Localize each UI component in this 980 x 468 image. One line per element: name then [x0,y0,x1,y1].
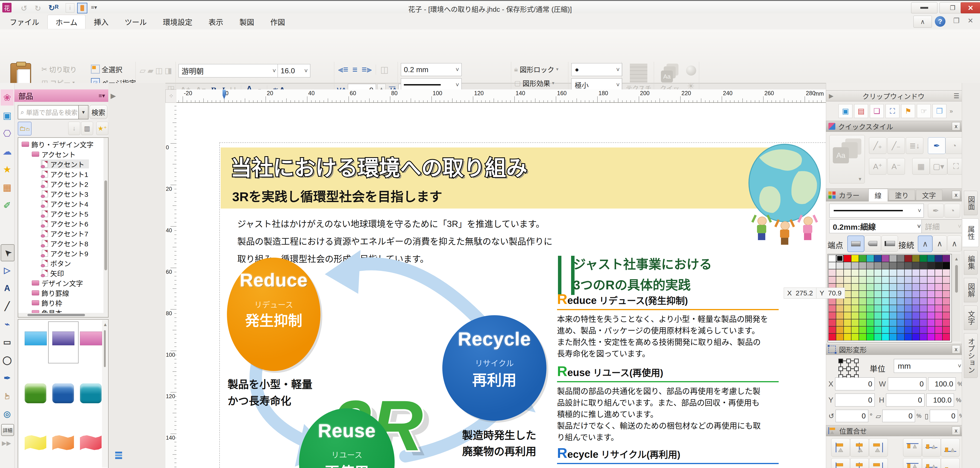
color-swatch[interactable] [942,262,950,269]
menu-tab-挿入[interactable]: 挿入 [86,15,116,29]
color-swatch[interactable] [897,262,904,269]
tree-item-アクセント3-5[interactable]: アクセント3 [18,189,108,199]
color-swatch[interactable] [920,333,927,341]
color-swatch[interactable] [912,255,920,262]
tree-item-アクセント2-4[interactable]: アクセント2 [18,179,108,189]
shape-effect-button[interactable]: ▢図形効果▾ [514,78,554,88]
color-swatch[interactable] [897,283,904,291]
pen-style-button[interactable]: ✒ [928,204,943,218]
part-shape-3[interactable] [25,384,46,403]
color-swatch[interactable] [881,333,889,341]
h-pct-input[interactable]: 100.0 [926,393,954,406]
color-swatch[interactable] [927,333,935,341]
color-swatch[interactable] [889,305,897,312]
color-swatch[interactable] [912,276,920,283]
color-swatch[interactable] [920,283,927,291]
star-category-icon[interactable]: ★ [1,161,14,177]
color-swatch[interactable] [836,326,844,333]
color-swatch[interactable] [889,312,897,319]
color-swatch[interactable] [927,291,935,298]
side-tab-図解[interactable]: 図解 [964,278,978,302]
color-swatch[interactable] [844,312,851,319]
detail-button[interactable]: 詳細 [1,424,14,436]
line-join-button-0[interactable]: ∧ [918,236,932,252]
color-swatch[interactable] [897,333,904,341]
color-swatch[interactable] [927,326,935,333]
color-swatch[interactable] [866,298,874,305]
side-tab-オプション[interactable]: オプション [964,333,978,378]
font-name-combo[interactable]: 游明朝˅ [178,64,278,77]
color-swatch[interactable] [836,298,844,305]
tree-item-アクセント7-9[interactable]: アクセント7 [18,228,108,238]
color-swatch[interactable] [829,269,836,276]
tree-hscrollbar[interactable] [18,313,108,317]
color-swatch[interactable] [927,283,935,291]
select-tool-icon[interactable]: ➤ [1,244,14,261]
color-swatch[interactable] [920,312,927,319]
line-style-select[interactable]: ˅ [829,204,924,218]
color-swatch[interactable] [904,305,912,312]
color-swatch[interactable] [912,269,920,276]
color-swatch[interactable] [935,298,942,305]
color-swatch[interactable] [927,312,935,319]
color-swatch[interactable] [889,276,897,283]
color-swatch[interactable] [851,333,859,341]
unit-select[interactable]: mm˅ [894,359,964,373]
tree-item-アクセント4-6[interactable]: アクセント4 [18,199,108,209]
color-swatch[interactable] [844,333,851,341]
color-swatch[interactable] [920,262,927,269]
align-button-middle-1[interactable] [922,458,941,468]
color-swatch[interactable] [829,262,836,269]
align-button-middle-0[interactable] [922,438,941,457]
scroll-up-icon[interactable]: ▲ [103,322,108,327]
font-size-combo[interactable]: 16.0˅ [278,64,310,77]
color-swatch[interactable] [942,255,950,262]
color-swatch[interactable] [927,298,935,305]
hand-tool-icon[interactable]: ☞ [1,388,14,404]
color-swatch[interactable] [851,291,859,298]
color-swatch[interactable] [912,298,920,305]
point-style-combo[interactable]: ●˅ [571,63,622,76]
folder-tree-toggle[interactable]: 🗀🗀 [18,122,32,135]
y-input[interactable]: 0 [835,393,875,406]
color-swatch[interactable] [881,269,889,276]
color-swatch[interactable] [942,291,950,298]
color-swatch[interactable] [904,283,912,291]
color-swatch[interactable] [836,262,844,269]
color-swatch[interactable] [851,305,859,312]
color-swatch[interactable] [851,326,859,333]
color-swatch[interactable] [942,305,950,312]
shape-lock-button[interactable]: 🔒︎図形ロック▾ [514,64,558,74]
color-swatch[interactable] [904,312,912,319]
more-icons-icon[interactable]: » [950,108,953,115]
part-shape-4[interactable] [52,384,74,403]
color-swatch[interactable] [851,262,859,269]
color-swatch[interactable] [912,305,920,312]
menu-tab-ファイル[interactable]: ファイル [2,15,47,29]
tree-item-アクセント[interactable]: アクセント [18,149,108,159]
color-swatch[interactable] [927,269,935,276]
part-shape-0[interactable] [25,331,47,345]
color-swatch[interactable] [935,319,942,326]
panel-collapse-icon[interactable]: ▶ [829,92,834,100]
zoom-tool-icon[interactable]: ◎ [1,406,14,422]
align-button-bottom-0[interactable] [941,438,960,457]
color-swatch[interactable] [927,319,935,326]
color-swatch[interactable] [920,269,927,276]
color-swatch[interactable] [942,269,950,276]
color-swatch[interactable] [897,255,904,262]
color-swatch[interactable] [836,255,844,262]
search-button[interactable]: 検索 [89,105,107,119]
flower-category-icon[interactable]: ❀ [1,89,14,105]
color-swatch[interactable] [897,326,904,333]
color-swatch[interactable] [829,276,836,283]
color-swatch[interactable] [889,283,897,291]
color-swatch[interactable] [874,298,881,305]
doc-close-icon[interactable]: ✕ [967,17,973,25]
polyline-tool-icon[interactable]: ⌁ [1,316,14,332]
color-swatch[interactable] [859,298,866,305]
color-swatch[interactable] [874,276,881,283]
color-swatch[interactable] [874,319,881,326]
color-swatch[interactable] [851,255,859,262]
side-tab-編集[interactable]: 編集 [964,250,978,275]
